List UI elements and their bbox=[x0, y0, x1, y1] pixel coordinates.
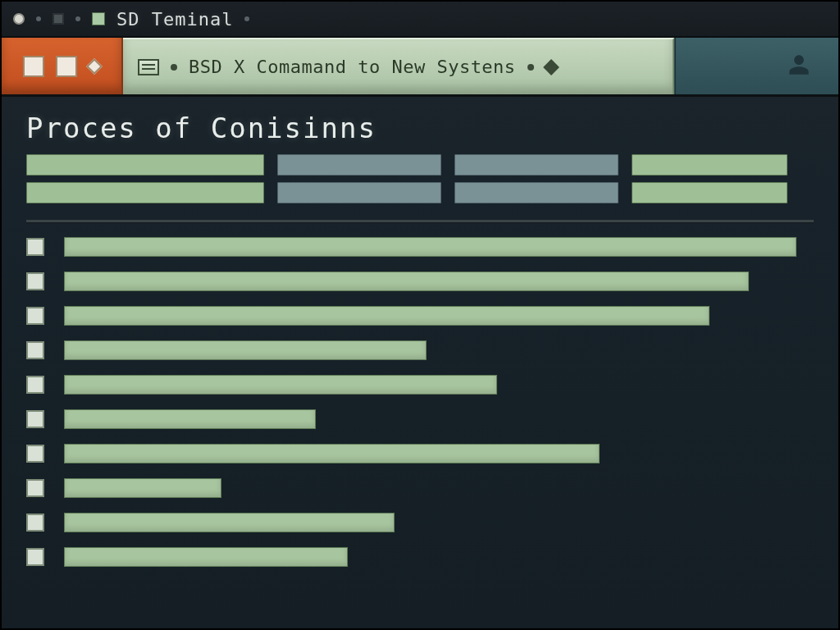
process-row[interactable] bbox=[26, 547, 814, 567]
section-divider bbox=[26, 220, 814, 222]
header-cell bbox=[26, 182, 264, 203]
process-row[interactable] bbox=[26, 237, 814, 257]
titlebar: SD Teminal bbox=[2, 2, 838, 38]
window-close-dot[interactable] bbox=[13, 13, 25, 25]
tab-diamond-icon bbox=[543, 59, 559, 75]
header-cell bbox=[277, 182, 441, 203]
titlebar-dot bbox=[244, 16, 249, 21]
row-bar bbox=[64, 409, 316, 429]
row-bar bbox=[64, 340, 427, 360]
row-bullet-icon bbox=[26, 238, 44, 256]
launcher-square-icon bbox=[56, 56, 77, 77]
row-bar bbox=[64, 547, 348, 567]
header-cell bbox=[632, 182, 788, 203]
tab-dot-icon bbox=[171, 64, 177, 71]
process-list bbox=[26, 237, 814, 567]
row-bullet-icon bbox=[26, 479, 44, 497]
process-row[interactable] bbox=[26, 444, 814, 463]
header-cell bbox=[454, 154, 619, 176]
row-bar bbox=[64, 375, 497, 395]
row-bullet-icon bbox=[26, 272, 44, 290]
app-chip-icon bbox=[92, 12, 105, 25]
launcher-square-icon bbox=[23, 56, 44, 77]
window-min-icon[interactable] bbox=[52, 13, 64, 25]
header-grid bbox=[26, 154, 814, 203]
process-row[interactable] bbox=[26, 375, 814, 395]
tab-label: BSD X Comamand to New Systens bbox=[189, 57, 516, 77]
row-bar bbox=[64, 478, 221, 498]
row-bullet-icon bbox=[26, 341, 44, 359]
header-cell bbox=[454, 182, 619, 203]
row-bullet-icon bbox=[26, 445, 44, 463]
process-row[interactable] bbox=[26, 478, 814, 498]
tab-active[interactable]: BSD X Comamand to New Systens bbox=[123, 38, 674, 94]
row-bullet-icon bbox=[26, 410, 44, 428]
launcher-diamond-icon bbox=[86, 58, 103, 75]
row-bullet-icon bbox=[26, 307, 44, 325]
content-area: Proces of Conisinns bbox=[2, 97, 838, 628]
process-row[interactable] bbox=[26, 409, 814, 429]
tab-userpanel[interactable] bbox=[674, 38, 838, 94]
header-cell bbox=[632, 154, 788, 176]
header-cell bbox=[277, 154, 441, 176]
row-bar bbox=[64, 306, 710, 326]
terminal-tab-icon bbox=[138, 59, 159, 75]
row-bar bbox=[64, 272, 749, 291]
titlebar-dot bbox=[36, 16, 41, 21]
window-title: SD Teminal bbox=[116, 9, 233, 30]
row-bullet-icon bbox=[26, 376, 44, 394]
process-row[interactable] bbox=[26, 513, 814, 532]
process-row[interactable] bbox=[26, 306, 814, 326]
terminal-window: SD Teminal BSD X Comamand to New Systens… bbox=[0, 0, 840, 630]
tabbar: BSD X Comamand to New Systens bbox=[2, 38, 838, 97]
tab-dot-icon bbox=[527, 64, 534, 71]
row-bar bbox=[64, 513, 395, 532]
titlebar-dot bbox=[75, 16, 80, 21]
tab-launcher[interactable] bbox=[2, 38, 123, 94]
user-icon bbox=[788, 53, 810, 80]
row-bullet-icon bbox=[26, 514, 44, 532]
row-bar bbox=[64, 237, 797, 257]
process-row[interactable] bbox=[26, 272, 814, 291]
row-bullet-icon bbox=[26, 548, 44, 566]
row-bar bbox=[64, 444, 600, 463]
process-row[interactable] bbox=[26, 340, 814, 360]
page-title: Proces of Conisinns bbox=[26, 112, 814, 144]
header-cell bbox=[26, 154, 264, 176]
